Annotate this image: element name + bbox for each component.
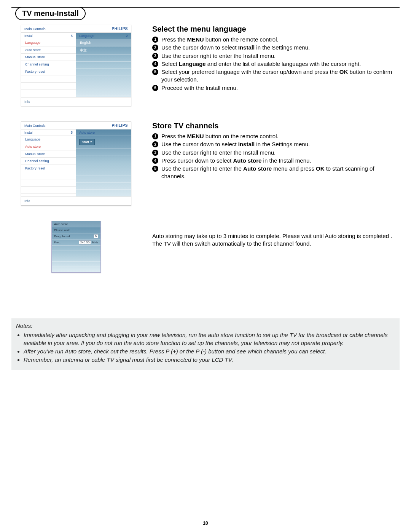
note-item: After you've run Auto store, check out t… [24, 348, 395, 355]
step-number-icon: 2 [152, 141, 158, 147]
menu-item[interactable]: Factory reset [21, 68, 76, 75]
instruction-step: 1Press the MENU button on the remote con… [152, 133, 400, 140]
blank-row [52, 256, 100, 262]
progress-label: Prog. found [54, 235, 70, 238]
menu-option[interactable]: 中文 [76, 46, 131, 55]
right-col-title: Auto store [79, 131, 95, 134]
main-controls-label: Main Controls [24, 27, 46, 31]
progress-suffix: MHz [91, 241, 98, 244]
step-number-icon: 5 [152, 69, 158, 75]
steps-store-channels: 1Press the MENU button on the remote con… [152, 133, 400, 181]
right-col-header: Auto store [76, 129, 131, 136]
progress-row: Prog. found0 [52, 233, 100, 240]
blank-row [76, 190, 131, 197]
step-text: Proceed with the Install menu. [161, 84, 400, 92]
menu-item[interactable]: Manual store [21, 54, 76, 61]
blank-row [52, 251, 100, 256]
section-store-channels: Main Controls PHILIPS Install 5 Language… [11, 121, 400, 206]
heading-store-channels: Store TV channels [152, 121, 400, 130]
menu-item[interactable]: Auto store [21, 143, 76, 150]
step-text: Use the cursor right to enter the Instal… [161, 149, 400, 157]
step-text: Use the cursor down to select Install in… [161, 44, 400, 51]
blank-row [21, 179, 76, 187]
step-number-icon: 1 [152, 37, 158, 43]
blank-row [76, 176, 131, 183]
progress-value: 0 [94, 234, 98, 238]
progress-label: Please wait [54, 228, 70, 232]
menu-footer: Info [21, 197, 131, 205]
blank-row [21, 83, 76, 90]
page-title-tab: TV menu-Install [15, 7, 86, 20]
blank-row [76, 75, 131, 82]
note-item: Immediately after unpacking and plugging… [24, 331, 395, 347]
left-col-header: Install 5 [21, 33, 76, 39]
brand-logo: PHILIPS [112, 27, 128, 31]
progress-value-wrap: 246.50 MHz [79, 241, 98, 244]
heading-select-language: Select the menu language [152, 25, 400, 34]
progress-title: Auto store [52, 221, 100, 227]
blank-row [76, 82, 131, 89]
step-text: Use the cursor down to select Install in… [161, 141, 400, 148]
section-autostore-note: Auto store Please waitProg. found0Freq.2… [11, 221, 400, 273]
left-col-title: Install [24, 34, 33, 38]
steps-language: 1Press the MENU button on the remote con… [152, 36, 400, 92]
instruction-step: 5Use the cursor right to enter the Auto … [152, 165, 400, 181]
tv-menu-language: Main Controls PHILIPS Install 5 Language… [21, 25, 131, 106]
step-number-icon: 6 [152, 85, 158, 91]
menu-item[interactable]: Auto store [21, 46, 76, 54]
instruction-step: 4Select Language and enter the list of a… [152, 60, 400, 68]
blank-row [52, 267, 100, 272]
blank-row [76, 162, 131, 169]
left-col-title: Install [24, 131, 33, 134]
step-number-icon: 3 [152, 53, 158, 59]
step-text: Press the MENU button on the remote cont… [161, 36, 400, 43]
menu-item[interactable]: Factory reset [21, 165, 76, 172]
step-text: Select your preferred language with the … [161, 68, 400, 84]
blank-row [52, 246, 100, 251]
instruction-step: 3Use the cursor right to enter the Insta… [152, 52, 400, 60]
progress-value-wrap: 0 [94, 235, 98, 238]
menu-option[interactable]: English [76, 39, 131, 46]
blank-row [52, 262, 100, 267]
blank-row [76, 169, 131, 176]
blank-row [76, 155, 131, 162]
instruction-step: 5Select your preferred language with the… [152, 68, 400, 84]
step-number-icon: 4 [152, 158, 158, 164]
menu-item[interactable]: Channel setting [21, 158, 76, 165]
progress-label: Freq. [54, 241, 61, 244]
blank-row [76, 62, 131, 69]
left-col-header: Install 5 [21, 129, 76, 136]
step-number-icon: 3 [152, 150, 158, 156]
menu-item[interactable]: Language [21, 136, 76, 143]
start-button[interactable]: Start ? [79, 139, 95, 145]
step-text: Select Language and enter the list of av… [161, 60, 400, 68]
step-text: Press the MENU button on the remote cont… [161, 133, 400, 140]
blank-row [21, 172, 76, 179]
step-number-icon: 1 [152, 133, 158, 139]
brand-logo: PHILIPS [112, 123, 128, 128]
notes-title: Notes: [16, 322, 395, 330]
right-col-title: Language [79, 34, 94, 38]
menu-item[interactable]: Manual store [21, 150, 76, 158]
blank-row [76, 89, 131, 96]
blank-row [21, 75, 76, 83]
right-col-header: Language 2 [76, 33, 131, 39]
instruction-step: 2Use the cursor down to select Install i… [152, 141, 400, 148]
right-col-count: 2 [126, 34, 128, 38]
step-text: Press cursor down to select Auto store i… [161, 157, 400, 165]
left-col-count: 5 [71, 34, 73, 38]
menu-header: Main Controls PHILIPS [21, 25, 131, 33]
page-number: 10 [0, 521, 411, 526]
menu-item[interactable]: Channel setting [21, 61, 76, 68]
menu-item[interactable]: Language [21, 39, 76, 46]
instruction-step: 1Press the MENU button on the remote con… [152, 36, 400, 43]
step-text: Use the cursor right to enter the Auto s… [161, 165, 400, 181]
note-item: Remember, an antenna or cable TV signal … [24, 356, 395, 364]
progress-row: Please wait [52, 227, 100, 233]
step-number-icon: 2 [152, 45, 158, 51]
progress-row: Freq.246.50 MHz [52, 240, 100, 246]
menu-header: Main Controls PHILIPS [21, 122, 131, 129]
blank-row [76, 183, 131, 190]
left-col-count: 5 [71, 131, 73, 134]
blank-row [76, 55, 131, 62]
